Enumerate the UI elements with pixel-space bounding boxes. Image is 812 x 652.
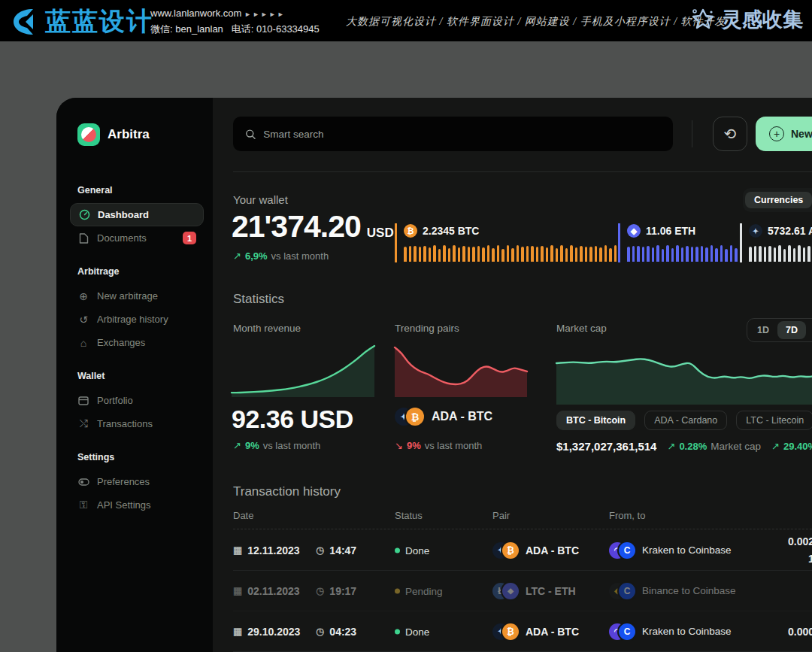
banner-phone: 电话: 010-63334945 — [232, 23, 320, 35]
market-cap-value: $1,327,027,361,514 — [556, 440, 656, 453]
binance-coinbase-icon: ◆ C — [609, 583, 635, 599]
documents-badge: 1 — [183, 232, 196, 244]
tx-amount: 0.002 1 — [788, 533, 812, 568]
month-revenue-change: ↗ 9% vs last month — [233, 440, 320, 451]
status-badge: Done — [405, 544, 429, 556]
tx-date: 29.10.2023 — [247, 626, 300, 638]
chip-btc-bitcoin[interactable]: BTC - Bitcoin — [556, 411, 635, 430]
trending-pair-name: ADA - BTC — [432, 410, 492, 423]
trending-suffix: vs last month — [425, 440, 483, 451]
dashboard-window: Arbitra General Dashboard Documents 1 Ar… — [56, 98, 812, 652]
wallet-coin-btc: ₿ 2.2345 BTC — [395, 223, 617, 262]
new-arbitrage-button[interactable]: + New arbitrage — [756, 117, 812, 151]
document-icon — [77, 232, 89, 244]
trending-change: ↘ 9% vs last month — [395, 440, 482, 451]
sidebar-item-label: API Settings — [97, 499, 151, 511]
inspiration-logo: 灵感收集 — [690, 6, 803, 33]
col-pair: Pair — [492, 510, 510, 521]
market-cap-chart — [556, 343, 812, 405]
table-row[interactable]: ▦ 12.11.2023 ◷ 14:47 Done ✦ ₿ ADA - BTC … — [233, 530, 812, 571]
plus-circle-icon: ⊕ — [77, 290, 89, 302]
cap-change-label: Market cap — [710, 441, 761, 452]
tx-date: 12.11.2023 — [247, 544, 299, 556]
sidebar-item-label: Arbitrage history — [97, 314, 168, 325]
tx-time: 14:47 — [329, 544, 356, 556]
wallet-change: ↗ 6,9% vs last month — [233, 250, 329, 262]
search-input[interactable] — [263, 129, 661, 140]
ada-sparkline — [749, 244, 812, 262]
lanlan-logo: 蓝蓝设计 — [11, 5, 153, 39]
banner-arrows: ►►►►► — [244, 11, 286, 18]
sidebar: Arbitra General Dashboard Documents 1 Ar… — [56, 98, 213, 652]
transaction-history-title: Transaction history — [233, 484, 341, 499]
search-bar[interactable] — [233, 117, 673, 151]
chip-ltc-litecoin[interactable]: LTC - Litecoin — [736, 411, 812, 430]
vol-change-pct: 29.40% — [783, 441, 812, 452]
trending-pairs-label: Trending pairs — [395, 323, 459, 334]
balance-value: 21'374.20 — [232, 209, 361, 244]
banner-contact: www.lanlanwork.com ►►►►► 微信: ben_lanlan … — [150, 6, 320, 37]
sidebar-item-arbitrage-history[interactable]: ↺ Arbitrage history — [70, 308, 204, 331]
topbar-divider — [692, 120, 692, 147]
range-7d[interactable]: 7D — [777, 321, 806, 339]
sidebar-item-exchanges[interactable]: ⌂ Exchanges — [70, 331, 204, 354]
lanlan-logo-text: 蓝蓝设计 — [45, 5, 153, 39]
sidebar-item-documents[interactable]: Documents 1 — [70, 226, 204, 250]
chip-ada-cardano[interactable]: ADA - Cardano — [644, 411, 727, 430]
sidebar-item-transactions[interactable]: ⤭ Transactions — [70, 412, 204, 435]
sidebar-item-label: Exchanges — [97, 337, 145, 348]
lanlan-logo-icon — [11, 7, 41, 37]
up-arrow-icon: ↗ — [771, 441, 780, 452]
month-revenue-pct: 9% — [245, 440, 259, 451]
clock-icon: ◷ — [316, 626, 324, 637]
tx-date: 02.11.2023 — [247, 585, 299, 597]
status-badge: Pending — [405, 585, 443, 596]
wallet-balance: 21'374.20 USD — [232, 209, 394, 244]
up-arrow-icon: ↗ — [233, 440, 241, 451]
tx-route: Kraken to Coinbase — [642, 544, 732, 556]
nav-section-settings: Settings — [77, 452, 196, 462]
banner-website: www.lanlanwork.com — [150, 8, 241, 19]
ada-btc-pair-icon: ✦ ₿ — [492, 542, 519, 559]
tx-pair: ADA - BTC — [526, 544, 579, 556]
sidebar-item-api-settings[interactable]: ⚿ API Settings — [70, 493, 204, 517]
section-divider — [233, 171, 812, 172]
status-dot — [395, 547, 400, 553]
sidebar-item-preferences[interactable]: Preferences — [70, 470, 204, 493]
banner-services: 大数据可视化设计 / 软件界面设计 / 网站建设 / 手机及小程序设计 / 软件… — [346, 15, 726, 29]
range-1m[interactable]: 1M — [806, 321, 812, 339]
cap-change-pct: 0.28% — [679, 441, 707, 452]
sidebar-item-dashboard[interactable]: Dashboard — [70, 203, 204, 226]
app-logo: Arbitra — [77, 123, 196, 146]
sidebar-item-new-arbitrage[interactable]: ⊕ New arbitrage — [70, 284, 204, 308]
kraken-coinbase-icon: ◠ C — [609, 542, 635, 559]
wallet-coin-ada: ✦ 5732.61 ADA — [740, 223, 812, 262]
range-1d[interactable]: 1D — [749, 321, 777, 339]
calendar-icon: ▦ — [233, 626, 242, 637]
sidebar-item-portfolio[interactable]: Portfolio — [70, 389, 204, 412]
sidebar-item-label: Documents — [97, 232, 147, 244]
history-button[interactable]: ⟲ — [713, 117, 747, 151]
ada-btc-pair-icon: ✦ ₿ — [492, 623, 519, 640]
month-revenue-chart — [232, 343, 374, 397]
tx-time: 19:17 — [329, 585, 356, 597]
tx-pair: ADA - BTC — [526, 626, 579, 638]
clock-icon: ◷ — [316, 585, 324, 596]
kraken-coinbase-icon: ◠ C — [609, 623, 635, 640]
toggle-currencies[interactable]: Currencies — [745, 192, 812, 208]
main-content: ⟲ + New arbitrage Your wallet Currencies… — [213, 98, 812, 652]
calendar-icon: ▦ — [233, 544, 242, 556]
wallet-title: Your wallet — [233, 193, 288, 206]
calendar-icon: ▦ — [233, 585, 242, 596]
wrench-icon: ⚿ — [77, 499, 89, 511]
table-row[interactable]: ▦ 02.11.2023 ◷ 19:17 Pending Ł ◆ LTC - E… — [233, 571, 812, 611]
col-from-to: From, to — [609, 510, 645, 521]
trending-pairs-chart — [395, 343, 527, 397]
market-cap-stats: $1,327,027,361,514 ↗ 0.28% Market cap ↗ … — [556, 440, 812, 453]
statistics-title: Statistics — [233, 292, 284, 307]
table-row[interactable]: ▦ 29.10.2023 ◷ 04:23 Done ✦ ₿ ADA - BTC … — [233, 611, 812, 652]
sidebar-item-label: Preferences — [97, 476, 150, 487]
banner-wechat: 微信: ben_lanlan — [150, 23, 223, 35]
sidebar-item-label: Dashboard — [98, 209, 149, 220]
search-icon — [245, 129, 256, 140]
